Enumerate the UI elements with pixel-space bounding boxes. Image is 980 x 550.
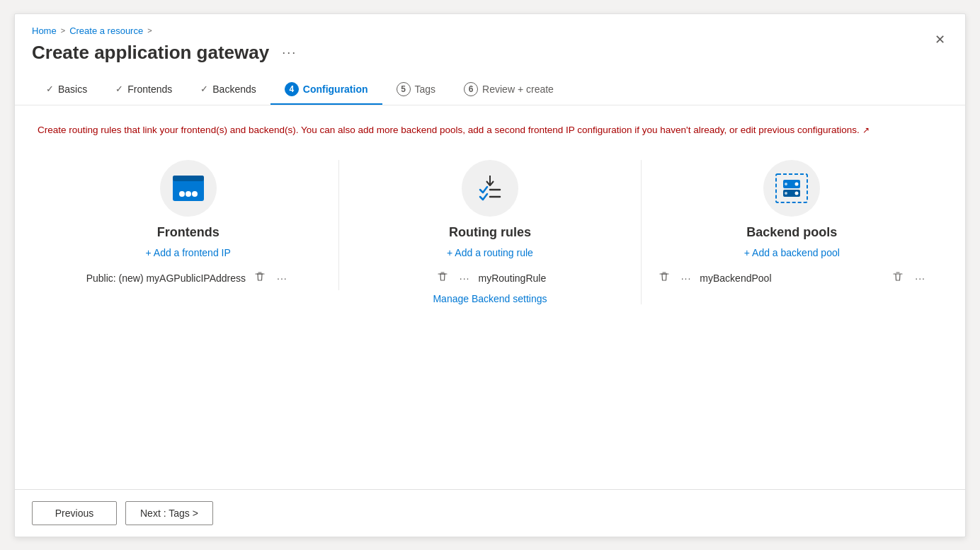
tab-configuration-label: Configuration <box>303 84 368 95</box>
svg-point-12 <box>795 192 799 195</box>
backend-pool-delete-button[interactable] <box>656 270 673 286</box>
check-icon-basics: ✓ <box>46 84 54 94</box>
trash-icon-routing <box>437 271 448 282</box>
tab-tags[interactable]: 5 Tags <box>382 75 450 105</box>
tab-backends-label: Backends <box>212 84 256 95</box>
tab-tags-label: Tags <box>415 84 436 95</box>
tab-review-create[interactable]: 6 Review + create <box>450 75 568 105</box>
svg-point-13 <box>785 183 787 185</box>
svg-point-11 <box>795 183 799 186</box>
panel-header: Home > Create a resource > Create applic… <box>15 14 965 105</box>
tab-review-label: Review + create <box>482 84 554 95</box>
backend-pool-more-button-2[interactable]: ··· <box>912 271 928 285</box>
previous-button[interactable]: Previous <box>32 501 117 525</box>
close-button[interactable]: ✕ <box>928 28 951 51</box>
breadcrumb-create-resource[interactable]: Create a resource <box>69 25 143 36</box>
backend-pools-column: Backend pools + Add a backend pool ··· m… <box>642 160 942 290</box>
backend-pool-item-label: myBackendPool <box>700 273 771 284</box>
routing-rule-delete-button[interactable] <box>434 270 451 286</box>
breadcrumb-sep1: > <box>61 26 65 35</box>
tab-basics-label: Basics <box>58 84 87 95</box>
backend-pool-item-row: ··· myBackendPool ··· <box>656 270 928 286</box>
routing-rules-icon <box>473 173 507 204</box>
panel-footer: Previous Next : Tags > <box>15 489 965 537</box>
routing-rules-icon-circle <box>462 160 518 217</box>
backend-pools-icon-circle <box>763 160 820 217</box>
svg-point-4 <box>192 191 198 197</box>
frontends-icon-circle <box>160 160 217 217</box>
frontend-item-label: Public: (new) myAGPublicIPAddress <box>86 273 246 284</box>
columns-area: Frontends + Add a frontend IP Public: (n… <box>38 160 942 304</box>
frontends-icon <box>173 176 204 201</box>
tab-basics[interactable]: ✓ Basics <box>32 76 101 103</box>
frontends-column: Frontends + Add a frontend IP Public: (n… <box>38 160 339 290</box>
breadcrumb: Home > Create a resource > <box>32 25 948 36</box>
external-link-icon: ↗ <box>862 125 870 135</box>
backend-pool-more-button[interactable]: ··· <box>678 271 695 285</box>
tab-backends[interactable]: ✓ Backends <box>186 76 270 103</box>
add-routing-rule-link[interactable]: + Add a routing rule <box>447 247 533 258</box>
breadcrumb-sep2: > <box>147 26 152 35</box>
tab-number-review: 6 <box>464 82 478 96</box>
breadcrumb-home[interactable]: Home <box>32 25 57 36</box>
svg-rect-1 <box>173 176 204 181</box>
routing-rules-title: Routing rules <box>449 225 531 240</box>
page-title: Create application gateway <box>32 42 269 64</box>
more-options-button[interactable]: ··· <box>278 44 301 62</box>
close-icon: ✕ <box>935 32 945 47</box>
tab-frontends-label: Frontends <box>127 84 172 95</box>
tabs-container: ✓ Basics ✓ Frontends ✓ Backends 4 Config… <box>32 75 948 105</box>
backend-pools-icon <box>773 171 810 205</box>
tab-number-tags: 5 <box>397 82 411 96</box>
trash-icon-backend <box>659 271 670 282</box>
tab-number-configuration: 4 <box>285 82 299 96</box>
check-icon-backends: ✓ <box>200 84 208 94</box>
frontend-more-button[interactable]: ··· <box>274 271 290 285</box>
title-row: Create application gateway ··· <box>32 42 948 64</box>
trash-icon <box>254 271 266 282</box>
check-icon-frontends: ✓ <box>115 84 123 94</box>
manage-backend-settings-link[interactable]: Manage Backend settings <box>433 293 547 304</box>
trash-icon-backend-2 <box>892 271 904 282</box>
backend-pool-delete-button-2[interactable] <box>889 270 906 286</box>
main-panel: Home > Create a resource > Create applic… <box>14 13 966 537</box>
svg-point-3 <box>186 191 191 197</box>
svg-point-14 <box>785 192 787 195</box>
tab-configuration[interactable]: 4 Configuration <box>270 75 382 105</box>
backend-pools-title: Backend pools <box>746 225 837 240</box>
routing-rules-column: Routing rules + Add a routing rule ··· m… <box>339 160 641 304</box>
routing-rule-item-label: myRoutingRule <box>478 273 546 284</box>
routing-rule-item-row: ··· myRoutingRule <box>353 270 626 286</box>
info-text: Create routing rules that link your fron… <box>38 122 942 138</box>
next-button[interactable]: Next : Tags > <box>125 501 213 525</box>
add-backend-pool-link[interactable]: + Add a backend pool <box>744 247 840 258</box>
routing-rule-more-button[interactable]: ··· <box>457 271 473 285</box>
svg-point-2 <box>179 191 185 197</box>
frontend-delete-button[interactable] <box>251 270 268 286</box>
frontends-title: Frontends <box>157 225 220 240</box>
frontend-item-row: Public: (new) myAGPublicIPAddress ··· <box>52 270 324 286</box>
panel-body: Create routing rules that link your fron… <box>15 105 965 489</box>
add-frontend-ip-link[interactable]: + Add a frontend IP <box>146 247 231 258</box>
tab-frontends[interactable]: ✓ Frontends <box>101 76 186 103</box>
